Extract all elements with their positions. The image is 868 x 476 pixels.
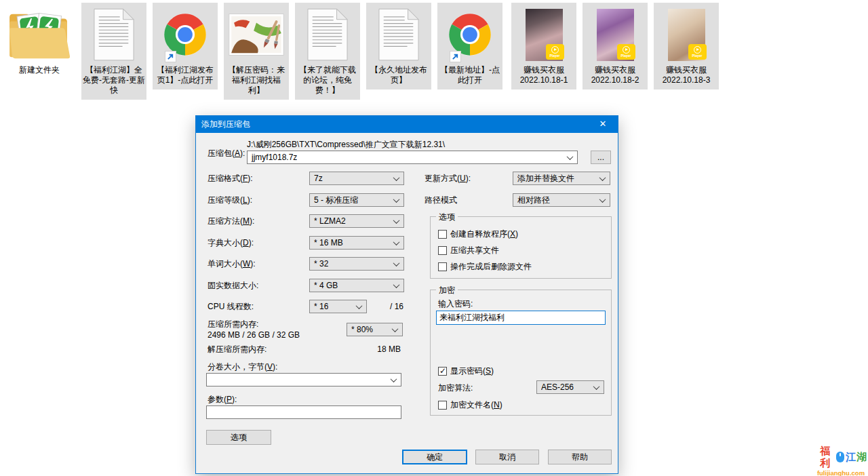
sfx-checkbox[interactable]: 创建自释放程序(X): [438, 229, 518, 240]
text-document-icon: [94, 5, 134, 64]
video-thumbnail: Player: [526, 9, 563, 61]
update-mode-select[interactable]: 添加并替换文件: [513, 172, 610, 185]
checkbox-box: [438, 246, 447, 255]
desktop-icon-video-1[interactable]: Player 赚钱买衣服2022.10.18-1: [511, 3, 576, 90]
archive-label: 压缩包(A):: [208, 148, 245, 158]
chevron-down-icon: [391, 376, 397, 382]
site-watermark: 福利 江 湖 fulijianghu.com: [815, 445, 867, 476]
path-mode-label: 路径模式: [425, 195, 457, 205]
options-group-title: 选项: [436, 212, 458, 223]
player-badge-icon: Player: [617, 44, 635, 60]
text-document-icon: [307, 5, 348, 64]
close-button[interactable]: ✕: [588, 116, 618, 133]
desktop-icon-txt-2[interactable]: 【来了就能下载的论坛，纯免费！】: [295, 3, 360, 100]
chrome-icon: [448, 5, 492, 64]
solid-block-select[interactable]: * 4 GB: [309, 279, 404, 292]
chevron-down-icon: [593, 383, 600, 390]
options-group: 选项 创建自释放程序(X) 压缩共享文件 操作完成后删除源文件: [430, 216, 612, 279]
volume-size-label: 分卷大小，字节(V):: [208, 362, 277, 372]
chevron-down-icon: [356, 302, 363, 309]
method-label: 压缩方法(M):: [208, 216, 254, 226]
method-select[interactable]: * LZMA2: [309, 214, 404, 228]
archive-path: J:\威刚256GB\TXT\Compressed\推广文宣下载新12.31\: [247, 140, 445, 149]
icon-label: 【解压密码：来福利江湖找福利】: [225, 65, 288, 96]
folder-7z-icon: 7z 7z: [7, 5, 71, 64]
icon-label: 赚钱买衣服2022.10.18-2: [584, 65, 646, 85]
cpu-threads-label: CPU 线程数:: [208, 302, 254, 311]
solid-block-label: 固实数据大小:: [208, 281, 258, 290]
chevron-down-icon: [599, 196, 606, 203]
video-thumbnail: Player: [668, 9, 705, 61]
desktop-icon-txt-1[interactable]: 【福利江湖】全免费-无套路-更新快: [81, 3, 146, 100]
word-size-select[interactable]: * 32: [309, 257, 404, 271]
decompress-memory-label: 解压缩所需内存:: [208, 344, 267, 354]
shortcut-arrow-icon: [450, 51, 461, 62]
cpu-threads-select[interactable]: * 16: [309, 300, 367, 313]
shared-files-checkbox[interactable]: 压缩共享文件: [438, 245, 499, 256]
desktop-icon-image[interactable]: 【解压密码：来福利江湖找福利】: [224, 3, 289, 100]
desktop-icon-chrome-1[interactable]: 【福利江湖发布页1】-点此打开: [153, 3, 218, 90]
desktop-icon-txt-3[interactable]: 【永久地址发布页】: [366, 3, 431, 90]
encryption-group-title: 加密: [436, 285, 458, 296]
mouse-icon: [836, 452, 844, 462]
dictionary-select[interactable]: * 16 MB: [309, 236, 404, 250]
cpu-threads-max: / 16: [390, 302, 403, 311]
encryption-method-label: 加密算法:: [438, 383, 473, 393]
password-input[interactable]: [436, 311, 606, 325]
level-select[interactable]: 5 - 标准压缩: [309, 193, 404, 207]
options-button[interactable]: 选项: [206, 430, 271, 445]
ok-button[interactable]: 确定: [402, 450, 467, 464]
memory-percent-select[interactable]: * 80%: [347, 323, 403, 336]
dialog-title: 添加到压缩包: [201, 119, 250, 129]
close-icon: ✕: [599, 119, 607, 129]
watermark-text-right-2: 湖: [856, 451, 867, 463]
dictionary-label: 字典大小(D):: [208, 238, 254, 247]
desktop-icon-new-folder[interactable]: 7z 7z 新建文件夹: [4, 3, 75, 79]
update-mode-label: 更新方式(U):: [425, 174, 471, 183]
desktop-icon-video-2[interactable]: Player 赚钱买衣服2022.10.18-2: [583, 3, 648, 90]
encrypt-filenames-checkbox[interactable]: 加密文件名(N): [438, 399, 502, 411]
parameters-label: 参数(P):: [208, 395, 237, 404]
chevron-down-icon: [393, 217, 400, 224]
encryption-group: 加密 输入密码: 显示密码(S) 加密算法: AES-256 加密文件名(N): [430, 290, 612, 416]
browse-button[interactable]: ...: [591, 151, 611, 164]
chrome-icon: [163, 5, 207, 64]
desktop: 7z 7z 新建文件夹: [0, 0, 868, 476]
format-label: 压缩格式(F):: [208, 174, 253, 183]
delete-after-checkbox[interactable]: 操作完成后删除源文件: [438, 261, 532, 273]
checkbox-box: [438, 401, 447, 410]
checkbox-box: [438, 230, 447, 239]
parameters-input[interactable]: [206, 405, 401, 419]
player-badge-icon: Player: [546, 44, 564, 60]
video-thumbnail: Player: [597, 9, 634, 61]
desktop-icon-video-3[interactable]: Player 赚钱买衣服2022.10.18-3: [654, 3, 719, 90]
level-label: 压缩等级(L):: [208, 195, 252, 205]
archive-name-combobox[interactable]: jjmyf1018.7z: [247, 151, 578, 164]
path-mode-select[interactable]: 相对路径: [513, 193, 610, 207]
painting-image-icon: [229, 5, 284, 64]
memory-usage-label: 压缩所需内存:: [208, 319, 258, 329]
encryption-method-select[interactable]: AES-256: [536, 380, 604, 394]
icon-label: 赚钱买衣服2022.10.18-1: [513, 65, 575, 85]
dialog-titlebar[interactable]: 添加到压缩包: [196, 116, 618, 133]
player-badge-icon: Player: [688, 44, 707, 60]
show-password-checkbox[interactable]: 显示密码(S): [438, 365, 494, 377]
word-size-label: 单词大小(W):: [208, 259, 256, 269]
chevron-down-icon: [392, 325, 399, 332]
chevron-down-icon: [393, 174, 400, 181]
cancel-button[interactable]: 取消: [475, 450, 539, 464]
icon-label: 新建文件夹: [19, 65, 60, 75]
watermark-text-right-1: 江: [846, 451, 856, 463]
icon-label: 【最新地址】-点此打开: [439, 65, 501, 85]
volume-size-combobox[interactable]: [206, 373, 401, 386]
shortcut-arrow-icon: [165, 51, 176, 62]
format-select[interactable]: 7z: [309, 172, 404, 185]
add-to-archive-dialog: 添加到压缩包 ✕ 压缩包(A): J:\威刚256GB\TXT\Compress…: [195, 115, 618, 474]
watermark-text-left: 福利: [815, 445, 835, 469]
text-document-icon: [378, 5, 419, 64]
checkbox-box: [438, 262, 447, 271]
desktop-icon-chrome-2[interactable]: 【最新地址】-点此打开: [437, 3, 502, 90]
help-button[interactable]: 帮助: [548, 450, 612, 464]
icon-label: 【福利江湖】全免费-无套路-更新快: [83, 65, 145, 96]
chevron-down-icon: [393, 281, 400, 288]
